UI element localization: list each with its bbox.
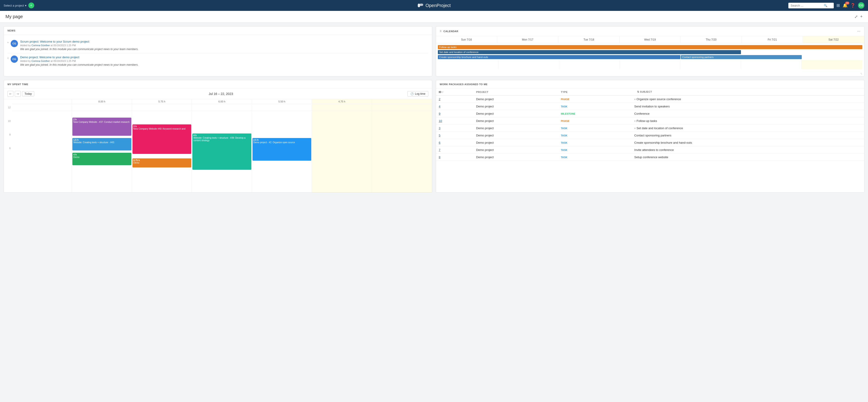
news-chevron-2[interactable]: › — [7, 56, 8, 66]
project-select[interactable]: Select a project ▾ — [4, 4, 27, 7]
wp-type-badge-2: PHASE — [561, 98, 569, 101]
time-col-mon: 8.00 h 2 h New Company Website - #37: Co… — [72, 99, 132, 192]
spent-time-card-header: MY SPENT TIME — [4, 80, 432, 89]
calendar-card: ⠿ CALENDAR ··· Sun 7/16 Mon 7/17 Tue 7/1… — [436, 26, 864, 76]
news-card-header: NEWS — [4, 27, 432, 35]
col-body-tue: 3 h New Company Website #40: Keyword res… — [132, 111, 192, 192]
main-content: NEWS › CG Scrum project: Welcome to your… — [0, 23, 868, 196]
notifications-icon-wrapper[interactable]: 🔔 39 — [843, 3, 847, 8]
wp-subject-text-5: Contact sponsoring partners — [634, 134, 671, 137]
cal-event-contact-sponsoring[interactable]: Contact sponsoring partners — [681, 55, 802, 59]
wp-id-link-10[interactable]: 10 — [439, 119, 442, 123]
news-link-1[interactable]: Scrum project: Welcome to your Scrum dem… — [20, 40, 428, 43]
col-header-mon — [72, 104, 132, 111]
news-body: › CG Scrum project: Welcome to your Scru… — [4, 35, 432, 71]
news-title: NEWS — [7, 29, 16, 32]
time-columns: 8.00 h 2 h New Company Website - #37: Co… — [12, 99, 432, 192]
col-total-thu: 5.50 h — [252, 99, 312, 104]
spent-time-card: MY SPENT TIME ← → Today Jul 16 – 22, 202… — [4, 80, 432, 193]
col-header-id[interactable]: ID ↑ — [436, 89, 473, 95]
today-button[interactable]: Today — [22, 91, 34, 96]
calendar-menu-icon[interactable]: ··· — [857, 29, 861, 33]
wp-id-7: 7 — [436, 146, 473, 154]
log-time-button[interactable]: 🕐 Log time — [407, 91, 428, 97]
col-header-sat — [372, 104, 432, 111]
resize-icon: ⤡ — [860, 72, 862, 75]
time-block-tue-1[interactable]: 3 h New Company Website #40: Keyword res… — [132, 125, 191, 154]
wp-project-5: Demo project — [473, 132, 558, 139]
search-input[interactable] — [790, 4, 823, 7]
col-header-project: PROJECT — [473, 89, 558, 95]
collapse-icon[interactable]: ▾ — [634, 98, 636, 101]
time-col-wed: 6.00 h 4 h Website: Creating texts + str… — [192, 99, 252, 192]
cal-event-follow-up[interactable]: Follow-up tasks — [438, 45, 862, 49]
app-title: OpenProject — [425, 3, 451, 8]
collapse-icon[interactable]: ▾ — [634, 127, 636, 130]
news-avatar-1: CG — [11, 40, 18, 47]
time-block-thu-1[interactable]: 2.5 h Demo project - #2: Organize open s… — [252, 138, 311, 161]
cal-day-fri: Fri 7/21 — [742, 36, 803, 43]
wp-id-link-3[interactable]: 3 — [439, 127, 440, 130]
add-widget-button[interactable]: + — [860, 14, 863, 19]
search-box[interactable]: 🔍 — [788, 3, 834, 8]
topnav-right: 🔍 ⊞ 🔔 39 ❓ CG — [788, 2, 864, 9]
time-block-tue-2[interactable]: 0.75 h Demo — [132, 158, 191, 167]
apps-icon[interactable]: ⊞ — [836, 3, 840, 8]
wp-type-badge-5: TASK — [561, 134, 567, 137]
news-meta-1: Added by Corinna Günther at 05/18/2023 1… — [20, 44, 428, 47]
wp-id-link-6[interactable]: 6 — [439, 141, 440, 144]
time-block-mon-1[interactable]: 2 h New Company Website - #37: Conduct m… — [72, 118, 131, 136]
calendar-day-headers: Sun 7/16 Mon 7/17 Tue 7/18 Wed 7/19 Thu … — [436, 36, 864, 43]
avatar[interactable]: CG — [858, 2, 864, 9]
wp-id-link-9[interactable]: 9 — [439, 112, 440, 115]
add-project-button[interactable]: + — [28, 2, 34, 8]
prev-week-button[interactable]: ← — [7, 91, 13, 97]
col-total-fri: 4.75 h — [312, 99, 372, 104]
wp-id-link-8[interactable]: 8 — [439, 156, 440, 159]
wp-id-8: 8 — [436, 154, 473, 161]
wp-subject-3: ▾Set date and location of conference — [631, 125, 864, 132]
wp-subject-text-7: Invite attendees to conference — [634, 148, 674, 152]
col-body-wed: 4 h Website: Creating texts + structure … — [192, 111, 252, 192]
wp-id-link-7[interactable]: 7 — [439, 148, 440, 152]
news-desc-1: We are glad you joined. In this module y… — [20, 47, 428, 51]
wp-id-link-4[interactable]: 4 — [439, 105, 440, 108]
news-author-1[interactable]: Corinna Günther — [32, 44, 50, 47]
wp-type-4: TASK — [558, 103, 631, 110]
expand-button[interactable]: ⤢ — [855, 14, 858, 19]
wp-id-link-2[interactable]: 2 — [439, 97, 440, 101]
news-chevron-1[interactable]: › — [7, 40, 8, 51]
wp-project-6: Demo project — [473, 139, 558, 146]
date-range-label: Jul 16 – 22, 2023 — [209, 92, 233, 96]
wp-subject-7: Invite attendees to conference — [631, 146, 864, 154]
wp-subject-6: Create sponsorship brochure and hand-out… — [631, 139, 864, 146]
calendar-resize-handle[interactable]: ⤡ — [436, 71, 864, 76]
work-packages-title: WORK PACKAGES ASSIGNED TO ME — [440, 83, 488, 86]
wp-subject-2: ▾Organize open source conference — [631, 95, 864, 103]
help-icon[interactable]: ❓ — [850, 3, 855, 8]
wp-subject-text-6: Create sponsorship brochure and hand-out… — [634, 141, 692, 144]
cal-day-sat: Sat 7/22 — [803, 36, 864, 43]
time-grid: 12 10 8 6 8.00 h — [4, 99, 432, 192]
collapse-icon[interactable]: ▾ — [634, 120, 636, 122]
cal-day-tue: Tue 7/18 — [558, 36, 620, 43]
time-block-wed-1[interactable]: 4 h Website: Creating texts + structure … — [192, 133, 251, 170]
next-week-button[interactable]: → — [15, 91, 21, 97]
spent-time-title: MY SPENT TIME — [7, 83, 28, 86]
wp-id-link-5[interactable]: 5 — [439, 134, 440, 137]
time-block-mon-2[interactable]: 1.5 h Website: Creating texts + structur… — [72, 138, 131, 150]
wp-table-body: 2 Demo project PHASE ▾Organize open sour… — [436, 95, 864, 161]
col-body-thu: 2.5 h Demo project - #2: Organize open s… — [252, 111, 312, 192]
time-col-fri: 4.75 h — [312, 99, 372, 192]
wp-subject-text-3: Set date and location of conference — [637, 127, 683, 130]
news-link-2[interactable]: Demo project: Welcome to your demo proje… — [20, 56, 428, 59]
news-content-2: Demo project: Welcome to your demo proje… — [20, 56, 428, 66]
clock-icon: 🕐 — [410, 92, 414, 95]
cal-event-create-sponsorship[interactable]: Create sponsorship brochure and hand-out… — [438, 55, 680, 59]
calendar-events: Follow-up tasks Set date and location of… — [436, 43, 864, 71]
time-block-mon-3[interactable]: 4 h Demo — [72, 153, 131, 165]
news-author-2[interactable]: Corinna Günther — [32, 60, 50, 62]
col-total-sat — [372, 99, 432, 104]
cal-day-wed: Wed 7/19 — [620, 36, 681, 43]
cal-event-set-date[interactable]: Set date and location of conference — [438, 50, 741, 54]
